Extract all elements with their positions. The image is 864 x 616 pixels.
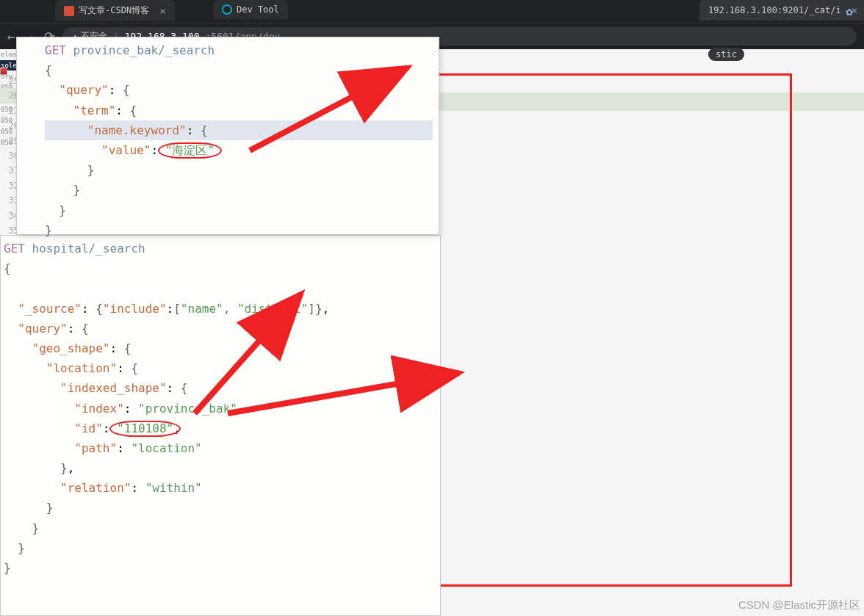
watermark: CSDN @Elastic开源社区	[738, 598, 860, 612]
csdn-icon	[64, 6, 74, 16]
back-arrow-icon[interactable]: ←	[7, 29, 15, 44]
browser-tab-2[interactable]: Dev Tool	[213, 0, 288, 19]
puzzle-icon[interactable]: ✿	[846, 4, 853, 18]
id-110108-2: "110108"	[117, 421, 173, 435]
tab3-title: 192.168.3.100:9201/_cat/i	[708, 5, 841, 15]
query2-pane: GET hospital/_search { "_source": {"incl…	[0, 235, 441, 616]
value-haidian: "海淀区"	[165, 143, 215, 157]
color-indicator	[0, 68, 10, 78]
tab2-title: Dev Tool	[237, 4, 279, 15]
browser-tab-1[interactable]: 写文章-CSDN博客 ×	[55, 0, 175, 21]
devtool-icon	[222, 4, 232, 15]
tab1-title: 写文章-CSDN博客	[79, 4, 149, 17]
close-icon[interactable]: ×	[159, 5, 165, 17]
query2-code[interactable]: GET hospital/_search { "_source": {"incl…	[1, 236, 440, 578]
browser-tab-3[interactable]: 192.168.3.100:9201/_cat/i ×	[699, 0, 864, 21]
elastic-pill[interactable]: stic	[708, 48, 744, 61]
query1-code[interactable]: GET province_bak/_search { "query": { "t…	[17, 37, 439, 240]
browser-tab-bar: 写文章-CSDN博客 × Dev Tool 192.168.3.100:9201…	[0, 0, 864, 23]
query1-pane: GET province_bak/_search { "query": { "t…	[16, 37, 439, 235]
